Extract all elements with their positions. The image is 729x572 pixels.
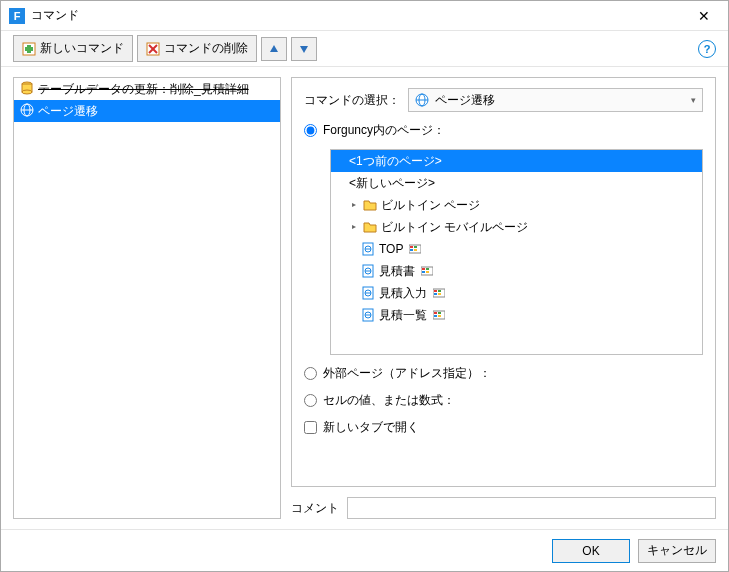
ok-button[interactable]: OK	[552, 539, 630, 563]
triangle-up-icon	[269, 44, 279, 54]
svg-rect-22	[414, 246, 417, 248]
chevron-down-icon: ▾	[691, 95, 696, 105]
grid-badge-icon	[409, 243, 421, 255]
command-list: テーブルデータの更新：削除_見積詳細ページ遷移	[13, 77, 281, 519]
page-tree[interactable]: <1つ前のページ><新しいページ>▸ビルトイン ページ▸ビルトイン モバイルペー…	[330, 149, 703, 355]
page-icon	[361, 286, 375, 300]
svg-rect-37	[434, 290, 437, 292]
comment-row: コメント	[291, 497, 716, 519]
radio-forguncy-page[interactable]: Forguncy内のページ：	[304, 122, 703, 139]
svg-rect-40	[438, 293, 441, 295]
triangle-down-icon	[299, 44, 309, 54]
dialog-body: テーブルデータの更新：削除_見積詳細ページ遷移 コマンドの選択： ページ遷移 ▾	[1, 67, 728, 529]
app-icon: F	[9, 8, 25, 24]
folder-icon	[363, 220, 377, 234]
radio-external-input[interactable]	[304, 367, 317, 380]
page-icon	[361, 264, 375, 278]
radio-cell-label: セルの値、または数式：	[323, 392, 455, 409]
expander-icon[interactable]: ▸	[349, 219, 359, 235]
radio-external-page[interactable]: 外部ページ（アドレス指定）：	[304, 365, 703, 382]
grid-badge-icon	[421, 265, 433, 277]
checkbox-new-tab[interactable]: 新しいタブで開く	[304, 419, 703, 436]
command-select-row: コマンドの選択： ページ遷移 ▾	[304, 88, 703, 112]
radio-cell-formula[interactable]: セルの値、または数式：	[304, 392, 703, 409]
tree-item[interactable]: <新しいページ>	[331, 172, 702, 194]
svg-rect-32	[426, 271, 429, 273]
tree-item-label: <1つ前のページ>	[349, 153, 442, 169]
grid-badge-icon	[433, 309, 445, 321]
tree-item[interactable]: ▸ビルトイン モバイルページ	[331, 216, 702, 238]
globe-icon	[20, 103, 34, 117]
svg-rect-47	[434, 315, 437, 317]
toolbar: 新しいコマンド コマンドの削除 ?	[1, 31, 728, 67]
svg-marker-6	[270, 45, 278, 52]
tree-item[interactable]: TOP	[331, 238, 702, 260]
svg-rect-46	[438, 312, 441, 314]
move-up-button[interactable]	[261, 37, 287, 61]
tree-item-label: ビルトイン ページ	[381, 197, 480, 213]
move-down-button[interactable]	[291, 37, 317, 61]
db-icon	[20, 81, 34, 95]
page-icon	[361, 308, 375, 322]
svg-rect-21	[410, 246, 413, 248]
cancel-button[interactable]: キャンセル	[638, 539, 716, 563]
svg-rect-23	[410, 249, 413, 251]
new-command-icon	[22, 42, 36, 56]
comment-label: コメント	[291, 500, 339, 517]
radio-external-label: 外部ページ（アドレス指定）：	[323, 365, 491, 382]
tree-item[interactable]: ▸ビルトイン ページ	[331, 194, 702, 216]
delete-command-label: コマンドの削除	[164, 40, 248, 57]
command-list-item-label: テーブルデータの更新：削除_見積詳細	[38, 82, 249, 96]
svg-rect-30	[426, 268, 429, 270]
tree-item-label: TOP	[379, 241, 403, 257]
titlebar: F コマンド ✕	[1, 1, 728, 31]
svg-rect-48	[438, 315, 441, 317]
tree-item[interactable]: 見積入力	[331, 282, 702, 304]
radio-cell-input[interactable]	[304, 394, 317, 407]
command-select-value: ページ遷移	[435, 92, 495, 109]
footer: OK キャンセル	[1, 529, 728, 571]
page-icon	[361, 242, 375, 256]
svg-rect-29	[422, 268, 425, 270]
svg-rect-2	[25, 47, 33, 51]
tree-item[interactable]: 見積一覧	[331, 304, 702, 326]
command-list-item[interactable]: ページ遷移	[14, 100, 280, 122]
delete-command-button[interactable]: コマンドの削除	[137, 35, 257, 62]
grid-badge-icon	[433, 287, 445, 299]
checkbox-new-tab-label: 新しいタブで開く	[323, 419, 419, 436]
svg-marker-7	[300, 46, 308, 53]
new-command-button[interactable]: 新しいコマンド	[13, 35, 133, 62]
command-list-item[interactable]: テーブルデータの更新：削除_見積詳細	[14, 78, 280, 100]
checkbox-new-tab-input[interactable]	[304, 421, 317, 434]
tree-item-label: 見積入力	[379, 285, 427, 301]
comment-input[interactable]	[347, 497, 716, 519]
radio-forguncy-input[interactable]	[304, 124, 317, 137]
globe-icon	[415, 93, 429, 107]
svg-rect-31	[422, 271, 425, 273]
tree-item[interactable]: 見積書	[331, 260, 702, 282]
close-button[interactable]: ✕	[688, 8, 720, 24]
command-select[interactable]: ページ遷移 ▾	[408, 88, 703, 112]
svg-rect-39	[434, 293, 437, 295]
svg-point-10	[22, 90, 32, 94]
dialog-window: F コマンド ✕ 新しいコマンド コマンドの削除 ? テーブルデータの更新：削除…	[0, 0, 729, 572]
right-panel: コマンドの選択： ページ遷移 ▾ Forguncy内のページ： <1つ前のページ…	[291, 77, 716, 519]
delete-command-icon	[146, 42, 160, 56]
tree-item-label: 見積一覧	[379, 307, 427, 323]
command-list-item-label: ページ遷移	[38, 104, 98, 118]
right-main: コマンドの選択： ページ遷移 ▾ Forguncy内のページ： <1つ前のページ…	[291, 77, 716, 487]
expander-icon[interactable]: ▸	[349, 197, 359, 213]
svg-rect-45	[434, 312, 437, 314]
folder-icon	[363, 198, 377, 212]
help-button[interactable]: ?	[698, 40, 716, 58]
window-title: コマンド	[31, 7, 688, 24]
svg-rect-38	[438, 290, 441, 292]
svg-rect-24	[414, 249, 417, 251]
tree-item-label: 見積書	[379, 263, 415, 279]
new-command-label: 新しいコマンド	[40, 40, 124, 57]
tree-item[interactable]: <1つ前のページ>	[331, 150, 702, 172]
tree-item-label: <新しいページ>	[349, 175, 435, 191]
command-select-label: コマンドの選択：	[304, 92, 400, 109]
forguncy-block: <1つ前のページ><新しいページ>▸ビルトイン ページ▸ビルトイン モバイルペー…	[304, 149, 703, 355]
radio-forguncy-label: Forguncy内のページ：	[323, 122, 445, 139]
